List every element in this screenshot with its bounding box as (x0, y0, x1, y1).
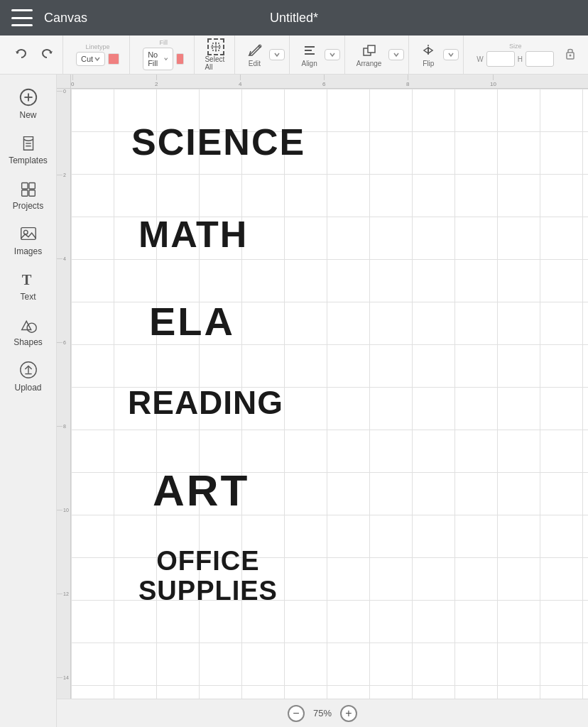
size-section: Size W H (471, 43, 560, 67)
arrange-button[interactable]: Arrange (352, 40, 386, 70)
svg-text:T: T (21, 272, 31, 288)
sidebar-item-shapes[interactable]: Shapes (4, 309, 53, 353)
svg-point-22 (23, 230, 28, 234)
size-group: Size W H (467, 35, 582, 74)
sidebar: New Templates Projects (0, 75, 57, 727)
linetype-color (108, 53, 119, 65)
zoom-decrease-button[interactable]: − (288, 705, 305, 722)
linetype-label: Linetype (86, 43, 110, 50)
fill-label: Fill (160, 39, 168, 46)
arrange-group: Arrange (348, 35, 410, 74)
select-all-group: Select All (197, 35, 235, 74)
undo-redo-group (6, 35, 63, 74)
svg-rect-17 (21, 183, 27, 189)
svg-point-11 (570, 55, 572, 57)
sidebar-item-upload[interactable]: Upload (4, 354, 53, 398)
linetype-value: Cut (81, 55, 93, 63)
text-ela[interactable]: ELA (149, 298, 235, 344)
ruler-left: 0 2 4 6 8 10 12 14 (57, 89, 71, 699)
main-area: New Templates Projects (0, 75, 588, 727)
toolbar: Linetype Cut Fill No Fill (0, 35, 588, 75)
header: Canvas Untitled* (0, 0, 588, 35)
zoom-bar: − 75% + (57, 699, 588, 727)
text-science[interactable]: SCIENCE (131, 121, 305, 163)
fill-value: No Fill (148, 50, 163, 67)
sidebar-item-templates[interactable]: Templates (4, 127, 53, 171)
sidebar-item-images-label: Images (14, 246, 42, 256)
sidebar-item-shapes-label: Shapes (13, 337, 43, 347)
svg-rect-18 (28, 183, 34, 189)
sidebar-item-images[interactable]: Images (4, 218, 53, 262)
edit-group: Edit (238, 35, 290, 74)
arrange-dropdown[interactable] (388, 49, 404, 60)
size-w-label: W (477, 55, 483, 63)
canvas-wrapper: 0 2 4 6 8 10 0 2 4 6 8 10 12 1 (57, 75, 588, 699)
align-group: Align (293, 35, 344, 74)
linetype-dropdown[interactable]: Cut (76, 52, 105, 66)
lock-icon[interactable] (562, 44, 578, 65)
svg-rect-19 (21, 190, 27, 196)
flip-label: Flip (423, 60, 434, 67)
select-all-button[interactable]: Select All (202, 35, 230, 74)
linetype-section: Linetype Cut (70, 43, 125, 66)
edit-dropdown[interactable] (269, 49, 285, 60)
menu-button[interactable] (11, 9, 33, 26)
align-button[interactable]: Align (297, 40, 321, 70)
sidebar-item-templates-label: Templates (9, 155, 48, 165)
align-dropdown[interactable] (325, 49, 340, 60)
ruler-corner (57, 75, 71, 89)
sidebar-item-projects-label: Projects (13, 201, 43, 211)
undo-button[interactable] (10, 45, 33, 65)
fill-color (176, 53, 185, 65)
size-label: Size (509, 43, 522, 50)
canvas-area[interactable]: 0 2 4 6 8 10 0 2 4 6 8 10 12 1 (57, 75, 588, 727)
redo-button[interactable] (36, 45, 58, 65)
flip-button[interactable]: Flip (416, 40, 440, 70)
svg-rect-8 (368, 45, 375, 53)
sidebar-item-upload-label: Upload (14, 383, 41, 393)
text-art[interactable]: ART (153, 465, 249, 515)
size-h-input[interactable] (526, 51, 554, 67)
flip-dropdown[interactable] (443, 49, 459, 60)
select-all-label: Select All (205, 55, 227, 71)
canvas-content: SCIENCE MATH ELA READING ART (71, 89, 588, 699)
svg-rect-21 (21, 228, 36, 240)
sidebar-item-new-label: New (19, 110, 36, 120)
sidebar-item-new[interactable]: New (4, 82, 53, 126)
fill-dropdown[interactable]: No Fill (143, 48, 173, 70)
edit-label: Edit (249, 60, 261, 67)
zoom-level: 75% (313, 708, 332, 718)
size-h-label: H (518, 55, 523, 63)
sidebar-item-projects[interactable]: Projects (4, 173, 53, 217)
arrange-label: Arrange (356, 60, 382, 67)
fill-group: Fill No Fill (133, 35, 195, 74)
align-label: Align (301, 60, 317, 67)
app-name: Canvas (44, 11, 87, 26)
size-w-input[interactable] (486, 51, 515, 67)
flip-group: Flip (412, 35, 464, 74)
text-math[interactable]: MATH (138, 213, 248, 256)
ruler-top: 0 2 4 6 8 10 (71, 75, 588, 89)
fill-section: Fill No Fill (137, 39, 190, 70)
sidebar-item-text-label: Text (20, 292, 36, 302)
select-all-icon (207, 38, 224, 55)
hamburger-icon (11, 9, 33, 26)
text-office-supplies[interactable]: OFFICE SUPPLIES (138, 547, 278, 606)
svg-rect-20 (28, 190, 34, 196)
linetype-group: Linetype Cut (66, 35, 130, 74)
sidebar-item-text[interactable]: T Text (4, 263, 53, 307)
zoom-increase-button[interactable]: + (340, 705, 357, 722)
text-reading[interactable]: READING (128, 383, 283, 422)
project-title: Untitled* (270, 11, 318, 26)
edit-button[interactable]: Edit (242, 40, 266, 70)
